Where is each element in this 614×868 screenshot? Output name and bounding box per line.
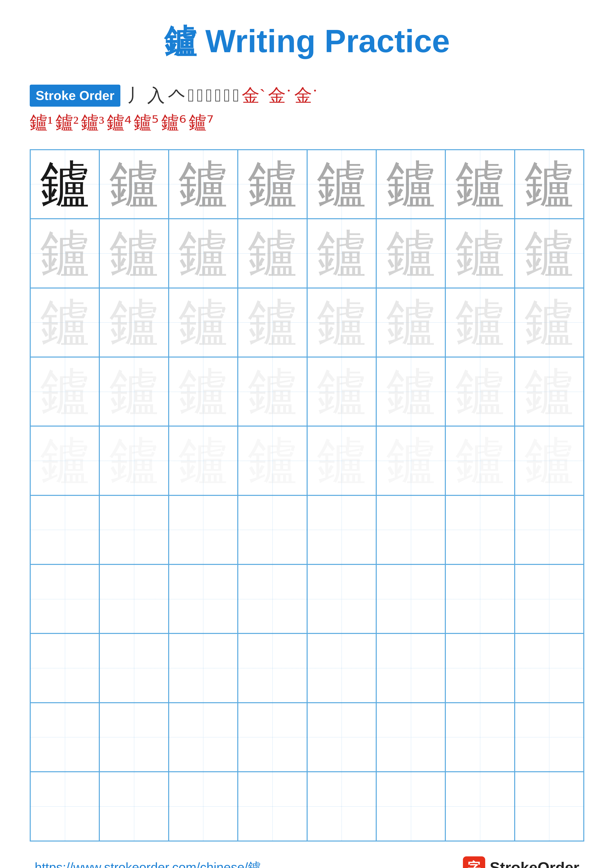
- grid-cell[interactable]: 鑪: [445, 219, 515, 288]
- grid-cell[interactable]: 鑪: [238, 219, 307, 288]
- strokeorder-logo-icon: 字: [463, 856, 485, 868]
- grid-cell[interactable]: 鑪: [169, 219, 238, 288]
- grid-cell[interactable]: 鑪: [99, 288, 168, 357]
- grid-cell[interactable]: 鑪: [307, 219, 376, 288]
- grid-cell[interactable]: [169, 495, 238, 564]
- title-character: 鑪: [164, 23, 196, 59]
- grid-row-3: 鑪 鑪 鑪 鑪 鑪 鑪 鑪 鑪: [30, 288, 584, 357]
- stroke-14: 鑪²: [56, 111, 79, 134]
- grid-cell[interactable]: [99, 634, 168, 702]
- grid-cell[interactable]: [445, 772, 515, 841]
- grid-cell[interactable]: 鑪: [99, 150, 168, 219]
- footer: https://www.strokeorder.com/chinese/鑪 字 …: [30, 856, 584, 868]
- grid-cell[interactable]: [376, 495, 445, 564]
- grid-cell[interactable]: [376, 564, 445, 634]
- grid-cell[interactable]: [445, 495, 515, 564]
- grid-cell[interactable]: 鑪: [445, 150, 515, 219]
- grid-cell[interactable]: 鑪: [376, 426, 445, 495]
- grid-cell[interactable]: 鑪: [30, 426, 99, 495]
- grid-cell[interactable]: 鑪: [238, 150, 307, 219]
- grid-cell[interactable]: [445, 634, 515, 702]
- grid-cell[interactable]: 鑪: [307, 288, 376, 357]
- grid-cell[interactable]: 鑪: [30, 288, 99, 357]
- character-faint: 鑪: [178, 367, 228, 417]
- grid-cell[interactable]: 鑪: [238, 426, 307, 495]
- grid-cell[interactable]: 鑪: [515, 150, 584, 219]
- character-faint: 鑪: [178, 160, 228, 209]
- grid-cell[interactable]: 鑪: [307, 357, 376, 426]
- grid-cell[interactable]: [376, 703, 445, 772]
- grid-cell[interactable]: [445, 703, 515, 772]
- grid-cell[interactable]: [307, 564, 376, 634]
- character-faint: 鑪: [386, 229, 436, 278]
- grid-cell[interactable]: [99, 495, 168, 564]
- grid-cell[interactable]: [515, 703, 584, 772]
- grid-cell[interactable]: 鑪: [30, 219, 99, 288]
- grid-cell[interactable]: 鑪: [515, 219, 584, 288]
- grid-cell[interactable]: [30, 564, 99, 634]
- character-faint: 鑪: [248, 436, 297, 485]
- grid-cell[interactable]: [238, 703, 307, 772]
- grid-cell[interactable]: 鑪: [169, 426, 238, 495]
- grid-cell[interactable]: 鑪: [307, 426, 376, 495]
- grid-cell[interactable]: 鑪: [30, 150, 99, 219]
- grid-cell[interactable]: 鑪: [515, 357, 584, 426]
- grid-cell[interactable]: 鑪: [238, 357, 307, 426]
- grid-cell[interactable]: [169, 634, 238, 702]
- grid-cell[interactable]: [307, 703, 376, 772]
- grid-cell[interactable]: [238, 495, 307, 564]
- stroke-5: 𰾠: [197, 83, 203, 108]
- grid-cell[interactable]: 鑪: [445, 288, 515, 357]
- grid-cell[interactable]: 鑪: [376, 288, 445, 357]
- grid-cell[interactable]: [376, 772, 445, 841]
- grid-cell[interactable]: [307, 772, 376, 841]
- grid-cell[interactable]: [307, 495, 376, 564]
- grid-cell[interactable]: 鑪: [515, 288, 584, 357]
- grid-cell[interactable]: 鑪: [99, 219, 168, 288]
- grid-cell[interactable]: [30, 495, 99, 564]
- footer-url[interactable]: https://www.strokeorder.com/chinese/鑪: [35, 859, 261, 868]
- character-faint: 鑪: [40, 436, 90, 485]
- grid-cell[interactable]: [99, 703, 168, 772]
- grid-cell[interactable]: 鑪: [169, 288, 238, 357]
- stroke-8: 𰾣: [224, 83, 230, 108]
- grid-cell[interactable]: [30, 703, 99, 772]
- grid-cell[interactable]: [169, 703, 238, 772]
- grid-cell[interactable]: [30, 634, 99, 702]
- grid-cell[interactable]: [515, 772, 584, 841]
- grid-cell[interactable]: [376, 634, 445, 702]
- grid-cell[interactable]: [238, 564, 307, 634]
- grid-cell[interactable]: [515, 634, 584, 702]
- grid-cell[interactable]: [515, 495, 584, 564]
- grid-cell[interactable]: 鑪: [376, 357, 445, 426]
- grid-cell[interactable]: [307, 634, 376, 702]
- stroke-order-label: Stroke Order: [30, 85, 120, 107]
- stroke-15: 鑪³: [81, 111, 104, 134]
- grid-cell[interactable]: [30, 772, 99, 841]
- character-faint: 鑪: [248, 160, 297, 209]
- character-faint: 鑪: [109, 298, 159, 347]
- grid-cell[interactable]: [169, 772, 238, 841]
- grid-cell[interactable]: [515, 564, 584, 634]
- grid-cell[interactable]: [99, 564, 168, 634]
- grid-cell[interactable]: 鑪: [30, 357, 99, 426]
- grid-cell[interactable]: 鑪: [238, 288, 307, 357]
- grid-cell[interactable]: 鑪: [445, 426, 515, 495]
- character-faint: 鑪: [317, 436, 366, 485]
- grid-cell[interactable]: [99, 772, 168, 841]
- writing-grid: 鑪 鑪 鑪 鑪 鑪 鑪 鑪 鑪: [30, 149, 584, 842]
- grid-cell[interactable]: 鑪: [169, 150, 238, 219]
- grid-cell[interactable]: 鑪: [99, 357, 168, 426]
- grid-cell[interactable]: 鑪: [515, 426, 584, 495]
- grid-cell[interactable]: 鑪: [445, 357, 515, 426]
- grid-row-2: 鑪 鑪 鑪 鑪 鑪 鑪 鑪 鑪: [30, 219, 584, 288]
- grid-cell[interactable]: 鑪: [99, 426, 168, 495]
- grid-cell[interactable]: [238, 634, 307, 702]
- grid-cell[interactable]: 鑪: [307, 150, 376, 219]
- grid-cell[interactable]: 鑪: [169, 357, 238, 426]
- grid-cell[interactable]: [238, 772, 307, 841]
- grid-cell[interactable]: [169, 564, 238, 634]
- grid-cell[interactable]: 鑪: [376, 150, 445, 219]
- grid-cell[interactable]: [445, 564, 515, 634]
- grid-cell[interactable]: 鑪: [376, 219, 445, 288]
